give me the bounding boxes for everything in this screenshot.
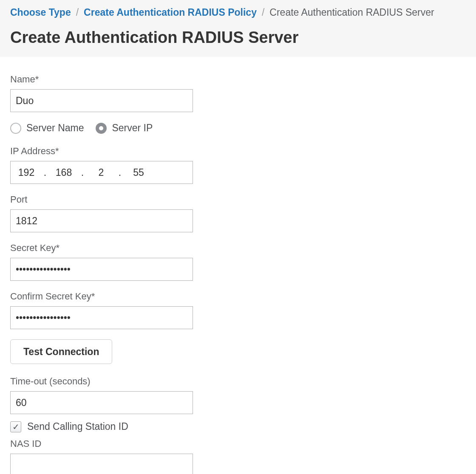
name-input[interactable] — [10, 89, 193, 112]
field-confirm-secret: Confirm Secret Key* — [10, 291, 193, 329]
secret-label: Secret Key* — [10, 243, 193, 254]
dot-icon: . — [116, 167, 124, 178]
server-mode-group: Server Name Server IP — [10, 122, 466, 134]
field-timeout: Time-out (seconds) — [10, 376, 193, 414]
field-port: Port — [10, 194, 193, 232]
calling-station-checkbox[interactable] — [10, 421, 21, 432]
nas-id-input[interactable] — [10, 454, 193, 474]
field-name: Name* — [10, 74, 193, 112]
page-title: Create Authentication RADIUS Server — [10, 28, 466, 47]
secret-input[interactable] — [10, 258, 193, 281]
breadcrumb-current: Create Authentication RADIUS Server — [269, 7, 434, 18]
calling-station-label: Send Calling Station ID — [27, 421, 128, 432]
confirm-secret-label: Confirm Secret Key* — [10, 291, 193, 302]
timeout-label: Time-out (seconds) — [10, 376, 193, 387]
form-region: Name* Server Name Server IP IP Address* … — [0, 57, 476, 474]
port-input[interactable] — [10, 209, 193, 232]
radio-icon — [96, 123, 107, 134]
ip-input[interactable]: . . . — [10, 161, 193, 184]
radio-server-ip[interactable]: Server IP — [96, 122, 153, 134]
calling-station-row: Send Calling Station ID — [10, 421, 466, 432]
dot-icon: . — [79, 167, 86, 178]
nas-id-label: NAS ID — [10, 438, 193, 449]
timeout-input[interactable] — [10, 391, 193, 414]
breadcrumb-separator-icon: / — [262, 7, 264, 18]
ip-label: IP Address* — [10, 146, 193, 157]
radio-label-server-ip: Server IP — [112, 122, 153, 134]
test-connection-button[interactable]: Test Connection — [10, 339, 112, 364]
breadcrumb: Choose Type / Create Authentication RADI… — [10, 7, 466, 18]
dot-icon: . — [41, 167, 49, 178]
breadcrumb-link-choose-type[interactable]: Choose Type — [10, 7, 71, 18]
radio-label-server-name: Server Name — [26, 122, 84, 134]
ip-octet-2[interactable] — [49, 166, 79, 179]
port-label: Port — [10, 194, 193, 205]
field-ip: IP Address* . . . — [10, 146, 193, 184]
ip-octet-4[interactable] — [124, 166, 153, 179]
ip-octet-3[interactable] — [86, 166, 116, 179]
field-secret: Secret Key* — [10, 243, 193, 281]
radio-icon — [10, 123, 21, 134]
name-label: Name* — [10, 74, 193, 85]
breadcrumb-separator-icon: / — [76, 7, 79, 18]
confirm-secret-input[interactable] — [10, 306, 193, 329]
radio-server-name[interactable]: Server Name — [10, 122, 84, 134]
header-region: Choose Type / Create Authentication RADI… — [0, 0, 476, 57]
field-nas-id: NAS ID — [10, 438, 193, 474]
ip-octet-1[interactable] — [11, 166, 41, 179]
breadcrumb-link-policy[interactable]: Create Authentication RADIUS Policy — [84, 7, 257, 18]
